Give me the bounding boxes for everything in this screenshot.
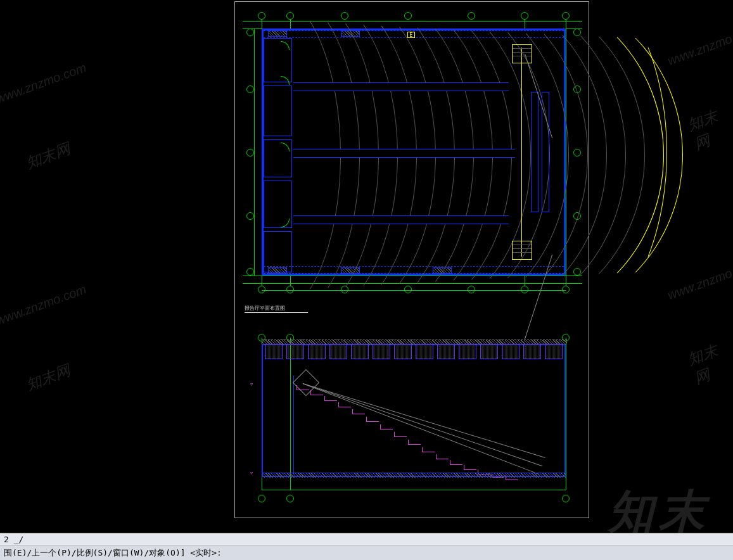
cad-viewport[interactable]: E: [0, 0, 733, 519]
ceiling-bay: [329, 344, 347, 359]
watermark-text: www.znzmo.com: [0, 60, 88, 106]
command-prompt-label: 围(E)/上一个(P)/比例(S)/窗口(W)/对象(O)] <实时>:: [4, 547, 222, 559]
ceiling-bay: [459, 344, 476, 359]
elevation-marker: ▽: [250, 471, 253, 476]
ceiling-bay: [416, 344, 433, 359]
dimension-line: [262, 290, 566, 291]
stage-stairs: [512, 241, 532, 260]
ceiling-bay: [545, 344, 563, 359]
command-history-text: 2 _/: [4, 535, 23, 544]
watermark-brand: 知末网: [685, 101, 733, 154]
aisle: [293, 149, 515, 158]
watermark-brand: 知末网: [685, 336, 733, 388]
section-wall: [262, 344, 566, 477]
command-prompt-row: 围(E)/上一个(P)/比例(S)/窗口(W)/对象(O)] <实时>:: [0, 546, 733, 560]
ceiling-structure: [265, 344, 563, 359]
ceiling-bay: [502, 344, 519, 359]
drawing-sheet: E: [234, 1, 589, 518]
plan-title: 报告厅平面布置图: [245, 303, 308, 313]
ceiling-bay: [437, 344, 455, 359]
grid-bubble: [258, 495, 265, 502]
ceiling-bay: [286, 344, 304, 359]
ceiling-bay: [480, 344, 498, 359]
ceiling-bay: [351, 344, 369, 359]
aisle: [293, 82, 509, 91]
grid-bubble: [286, 495, 294, 502]
watermark-text: www.znzmo.com: [0, 282, 88, 328]
dimension-line: [254, 29, 255, 276]
command-history-line: 2 _/: [0, 533, 733, 546]
watermark-brand: 知末网: [23, 139, 73, 174]
dimension-line: [262, 490, 566, 490]
stage-edge: [521, 48, 559, 257]
ceiling-bay: [523, 344, 541, 359]
watermark-brand: 知末网: [23, 360, 73, 395]
ceiling-bay: [394, 344, 412, 359]
grid-bubble: [562, 495, 570, 502]
plan-title-text: 报告厅平面布置图: [245, 305, 285, 311]
ceiling-bay: [373, 344, 390, 359]
watermark-text: www.znzmo.com: [666, 257, 733, 303]
plan-view: E: [243, 10, 582, 295]
section-room: [264, 376, 294, 474]
grid-line: [566, 338, 566, 490]
watermark-text: www.znzmo.com: [666, 22, 733, 68]
ceiling-bay: [265, 344, 283, 359]
elevation-marker: ▽: [250, 382, 253, 387]
floor-slab: [262, 473, 566, 478]
command-area: 2 _/ 围(E)/上一个(P)/比例(S)/窗口(W)/对象(O)] <实时>…: [0, 533, 733, 560]
stage-stairs: [512, 44, 532, 63]
section-view: ▽ ▽: [243, 338, 582, 509]
aisle: [293, 215, 509, 224]
podium-table: [531, 92, 539, 212]
command-input[interactable]: [222, 549, 729, 558]
ceiling-bay: [308, 344, 326, 359]
